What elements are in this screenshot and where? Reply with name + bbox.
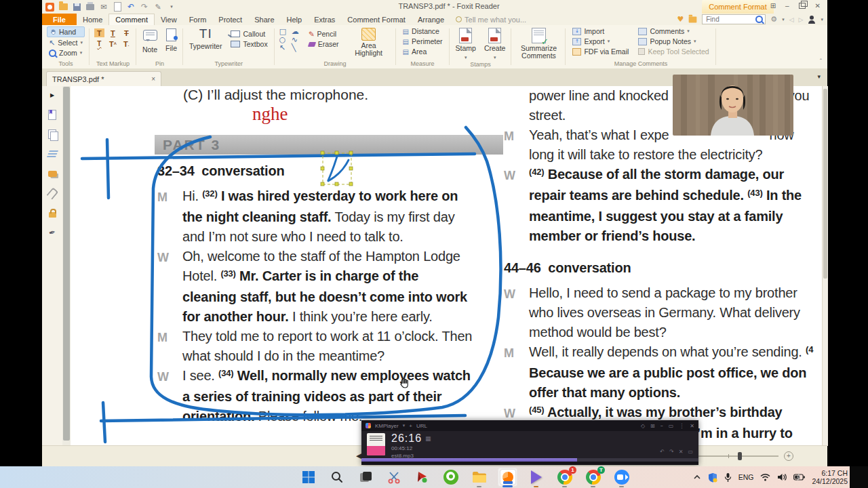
oval-shape-icon[interactable]: ○	[279, 36, 289, 43]
export-comments-button[interactable]: ↑Export▾	[570, 37, 631, 46]
find-input[interactable]	[705, 15, 749, 24]
tab-switch-icon[interactable]: ⊞	[770, 2, 776, 9]
document-tab[interactable]: TRANSP3.pdf * ×	[46, 71, 161, 86]
squiggly-tool-icon[interactable]: T	[94, 39, 104, 48]
highlight-tool-icon[interactable]: T	[94, 28, 104, 37]
eraser-button[interactable]: Eraser	[307, 39, 341, 49]
player-playlist-icon[interactable]: ▭	[688, 449, 693, 455]
line-shape-icon[interactable]: ╲	[292, 44, 301, 52]
note-button[interactable]: Note	[141, 26, 159, 54]
comments-menu-button[interactable]: Comments▾	[636, 26, 711, 36]
player-stop-icon[interactable]: ✕	[679, 449, 684, 455]
security-panel-icon[interactable]	[47, 207, 58, 218]
gear-icon[interactable]: ⚙	[770, 15, 777, 24]
show-desktop-corner[interactable]	[850, 466, 868, 488]
foxit-reader-button[interactable]	[498, 468, 517, 487]
player-close-icon[interactable]: ✕	[690, 423, 694, 429]
zoom-in-button[interactable]: +	[784, 451, 793, 461]
select-tool-button[interactable]: ↖Select▾	[47, 38, 85, 47]
player-add-button[interactable]: +	[409, 423, 412, 429]
microphone-icon[interactable]	[724, 472, 732, 483]
pen-tool-icon[interactable]: ✎	[153, 2, 163, 12]
import-comments-button[interactable]: ↓Import	[570, 26, 631, 36]
menu-tab-comment-format[interactable]: Comment Format	[341, 14, 412, 25]
language-indicator[interactable]: ENG	[738, 473, 754, 481]
fdf-via-email-button[interactable]: FDF via Email	[570, 47, 631, 56]
insert-tool-icon[interactable]: Tˎ	[121, 39, 132, 48]
tab-close-icon[interactable]: ×	[151, 75, 155, 83]
player-url-button[interactable]: URL	[416, 423, 427, 429]
email-icon[interactable]: ✉	[99, 2, 108, 12]
taskbar-search-button[interactable]	[327, 468, 347, 487]
area-highlight-button[interactable]: Area Highlight	[347, 26, 391, 57]
wifi-icon[interactable]	[760, 473, 770, 481]
snipping-tool-button[interactable]	[384, 468, 403, 487]
pencil-button[interactable]: ✎Pencil	[307, 29, 341, 39]
menu-tab-form[interactable]: Form	[183, 14, 213, 25]
close-icon[interactable]: ✕	[815, 2, 821, 9]
search-folder-icon[interactable]	[689, 16, 697, 22]
area-button[interactable]: ▤Area	[401, 47, 445, 56]
perimeter-button[interactable]: ▤Perimeter	[401, 37, 445, 46]
strikeout-tool-icon[interactable]: T	[121, 28, 132, 37]
new-document-icon[interactable]	[113, 2, 122, 12]
file-attach-button[interactable]: File	[164, 26, 178, 52]
popup-notes-button[interactable]: Popup Notes▾	[636, 37, 711, 46]
menu-tab-arrange[interactable]: Arrange	[412, 14, 450, 25]
menu-tab-view[interactable]: View	[155, 14, 183, 25]
polyline-shape-icon[interactable]: ∿	[292, 36, 301, 43]
account-caret-icon[interactable]: ▾	[821, 17, 823, 22]
menu-tab-extras[interactable]: Extras	[308, 14, 341, 25]
player-title-bar[interactable]: KMPlayer ▾ + URL ◇ ⊞ – ▭ ⋮ ✕	[361, 420, 698, 431]
collapse-ribbon-icon[interactable]: ˆ	[820, 58, 822, 64]
account-avatar[interactable]	[808, 16, 816, 24]
redo-icon[interactable]: ↷	[140, 2, 149, 12]
restore-icon[interactable]	[799, 3, 806, 9]
player-minimize-icon[interactable]: –	[660, 423, 663, 429]
document-scrollbar[interactable]	[822, 86, 828, 446]
attachments-panel-icon[interactable]	[47, 188, 58, 199]
stamp-button[interactable]: Stamp▾	[454, 26, 477, 61]
next-view-icon[interactable]: ▷	[799, 16, 804, 23]
menu-tab-help[interactable]: Help	[281, 14, 309, 25]
windows-security-icon[interactable]	[708, 472, 717, 483]
print-icon[interactable]	[85, 2, 95, 12]
player-menu-caret-icon[interactable]: ▾	[403, 423, 406, 428]
player-maximize-icon[interactable]: ▭	[669, 423, 674, 429]
player-next-icon[interactable]: ↷	[669, 449, 674, 455]
callout-button[interactable]: Callout	[229, 29, 269, 39]
rectangle-shape-icon[interactable]: □	[279, 28, 289, 35]
distance-button[interactable]: ▤Distance	[401, 26, 445, 36]
chrome-profile2-button[interactable]: T	[583, 468, 603, 487]
keep-tool-selected-checkbox[interactable]: Keep Tool Selected	[636, 47, 711, 56]
save-icon[interactable]	[72, 2, 81, 12]
player-cast-icon[interactable]: ⊞	[650, 423, 655, 429]
volume-icon[interactable]	[777, 473, 787, 481]
arrow-shape-icon[interactable]: ↖	[279, 44, 289, 52]
player-more-icon[interactable]: ⋮	[679, 423, 684, 429]
comments-panel-icon[interactable]	[47, 168, 58, 179]
underline-tool-icon[interactable]: T	[108, 28, 118, 37]
media-player-window[interactable]: KMPlayer ▾ + URL ◇ ⊞ – ▭ ⋮ ✕ 26:16▦ 00:4…	[361, 420, 698, 465]
cloud-shape-icon[interactable]: ☁	[292, 28, 301, 35]
prev-view-icon[interactable]: ◁	[789, 16, 794, 23]
media-converter-button[interactable]	[412, 468, 432, 487]
menu-tab-share[interactable]: Share	[248, 14, 280, 25]
menu-tab-file[interactable]: File	[42, 14, 77, 25]
chrome-profile1-button[interactable]: 1	[555, 468, 574, 487]
player-prev-icon[interactable]: ↶	[660, 449, 665, 455]
signature-panel-icon[interactable]: ✒	[45, 226, 59, 239]
pages-panel-icon[interactable]	[47, 129, 58, 140]
typewriter-button[interactable]: TITypewriter	[188, 26, 223, 50]
player-progress-bar[interactable]	[361, 458, 698, 462]
replace-tool-icon[interactable]: T˄	[108, 39, 118, 48]
expand-panel-icon[interactable]: ▶	[47, 89, 58, 100]
menu-tab-comment[interactable]: Comment	[108, 14, 155, 25]
bookmarks-panel-icon[interactable]	[47, 109, 58, 120]
gear-caret-icon[interactable]: ▾	[782, 17, 785, 22]
task-view-button[interactable]	[355, 468, 375, 487]
open-file-icon[interactable]	[58, 2, 68, 12]
favorites-icon[interactable]: ♥	[677, 15, 684, 24]
kmplayer-button[interactable]	[526, 468, 546, 487]
textbox-button[interactable]: Textbox	[229, 39, 269, 49]
